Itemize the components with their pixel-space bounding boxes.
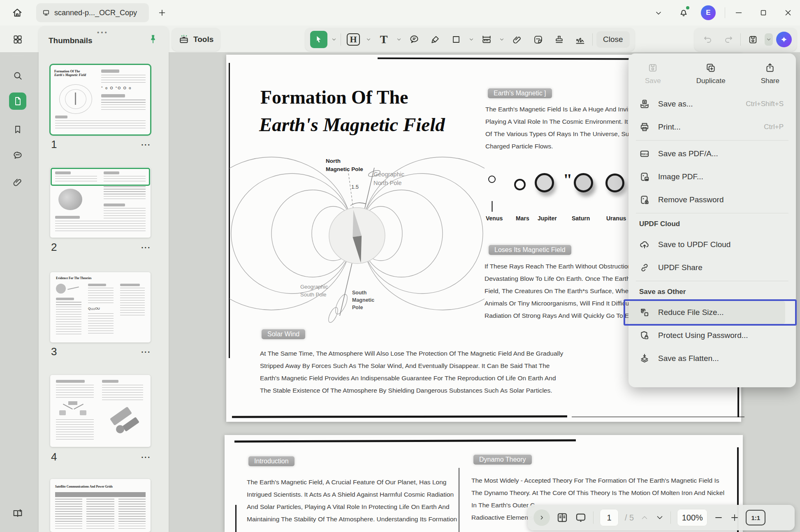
- menu-item-label: Image PDF...: [658, 172, 703, 181]
- next-page-button[interactable]: [655, 513, 664, 522]
- text-tool-dropdown[interactable]: [396, 37, 402, 42]
- diagram-label-south-pole: SouthMagneticPole: [352, 289, 374, 311]
- thumbnail-page-3[interactable]: Evidence For The Theories Q¡¡¡¡OU: [50, 272, 151, 342]
- measure-tool-button[interactable]: [478, 31, 495, 48]
- paperclip-icon: [512, 35, 522, 45]
- diagram-label-geo-south: GeographicSouth Pole: [300, 283, 328, 299]
- left-sidebar: [0, 25, 36, 532]
- actual-size-button[interactable]: 1:1: [746, 510, 765, 525]
- menu-item-save-to-cloud[interactable]: Save to UPDF Cloud: [628, 233, 796, 256]
- sidebar-item-reader-mode[interactable]: [9, 505, 26, 522]
- menu-item-save-as[interactable]: Save as... Ctrl+Shift+S: [628, 93, 796, 116]
- menu-item-reduce-file-size[interactable]: Reduce File Size...: [628, 301, 785, 324]
- menu-save-label: Save: [645, 77, 661, 85]
- select-tool-dropdown[interactable]: [331, 37, 337, 42]
- shape-tool-button[interactable]: [448, 31, 465, 48]
- thumbnail-page-4[interactable]: [50, 375, 151, 447]
- scan-artifact: [572, 416, 744, 417]
- document-tab[interactable]: scanned-p..._OCR_Copy: [36, 3, 149, 22]
- redo-button[interactable]: [720, 31, 737, 48]
- page-number: 4: [51, 451, 57, 463]
- menu-quick-actions: Save Duplicate Share: [628, 53, 796, 93]
- sticker-tool-button[interactable]: [529, 31, 547, 48]
- thumbnail-menu-button[interactable]: •••: [141, 245, 151, 250]
- menu-item-save-as-pdfa[interactable]: PDF/A Save as PDF/A...: [628, 142, 796, 165]
- close-window-button[interactable]: [781, 5, 795, 20]
- thumbnail-preview: [116, 425, 124, 433]
- menu-item-print[interactable]: Print... Ctrl+P: [628, 116, 796, 139]
- sidebar-item-thumbnails[interactable]: [9, 93, 26, 110]
- thumbnail-preview: [56, 385, 94, 399]
- menu-item-label: Save as...: [658, 99, 693, 109]
- menu-item-updf-share[interactable]: UPDF Share: [628, 256, 796, 279]
- thumbnail-menu-button[interactable]: •••: [141, 455, 151, 460]
- current-page-value: 1: [607, 513, 611, 523]
- signature-icon: [575, 34, 586, 45]
- attach-tool-button[interactable]: [508, 31, 526, 48]
- save-button[interactable]: [744, 31, 761, 48]
- shape-tool-dropdown[interactable]: [468, 37, 474, 42]
- text-tool-button[interactable]: T: [375, 31, 392, 48]
- save-options-dropdown[interactable]: [765, 33, 773, 46]
- zoom-level-input[interactable]: 100%: [677, 509, 707, 526]
- thumbnail-page-5[interactable]: Satellite Communications And Power Grids: [50, 479, 151, 532]
- comment-icon: [12, 150, 23, 161]
- zoom-in-button[interactable]: [730, 513, 740, 523]
- menu-item-image-pdf[interactable]: Image PDF...: [628, 165, 796, 188]
- sidebar-item-comments[interactable]: [9, 147, 26, 164]
- sidebar-item-apps[interactable]: [9, 31, 26, 48]
- menu-item-label: UPDF Share: [658, 263, 703, 272]
- comment-tool-button[interactable]: [406, 31, 423, 48]
- heading-tool-button[interactable]: H: [345, 31, 362, 48]
- sidebar-item-attachments[interactable]: [9, 173, 26, 191]
- measure-tool-dropdown[interactable]: [499, 37, 505, 42]
- page-number-input[interactable]: 1: [600, 509, 619, 526]
- heading-tool-glyph: H: [347, 33, 359, 46]
- page-layout-button[interactable]: [556, 511, 568, 524]
- expand-statusbar-button[interactable]: [533, 509, 550, 526]
- titlebar-collapse-button[interactable]: [652, 7, 665, 19]
- signature-tool-button[interactable]: [571, 31, 589, 48]
- maximize-button[interactable]: [756, 5, 771, 20]
- highlighter-tool-button[interactable]: [427, 31, 444, 48]
- thumbnail-menu-button[interactable]: •••: [141, 349, 151, 354]
- thumbnail-preview: Q¡¡¡¡OU: [88, 307, 100, 310]
- menu-item-remove-password[interactable]: Remove Password: [628, 188, 796, 211]
- save-icon: [647, 62, 658, 73]
- close-tools-button[interactable]: Close: [596, 31, 630, 48]
- menu-share-action[interactable]: Share: [761, 62, 779, 85]
- sidebar-item-search[interactable]: [9, 67, 26, 84]
- thumbnail-preview: Evidence For The Theories: [56, 276, 91, 280]
- chevron-down-icon: [366, 37, 371, 42]
- thumbnail-menu-button[interactable]: •••: [141, 142, 151, 147]
- menu-item-protect-password[interactable]: Protect Using Password...: [628, 324, 796, 347]
- ai-assistant-button[interactable]: [776, 32, 792, 47]
- stamp-tool-button[interactable]: [550, 31, 568, 48]
- thumbnail-preview: [101, 94, 125, 97]
- home-button[interactable]: [10, 5, 25, 20]
- stamp-icon: [554, 35, 564, 45]
- select-tool-button[interactable]: [310, 31, 327, 48]
- notifications-button[interactable]: [677, 5, 691, 19]
- presentation-button[interactable]: [575, 511, 587, 524]
- menu-duplicate-action[interactable]: Duplicate: [696, 62, 726, 85]
- section-2-text: If These Rays Reach The Earth Without Ob…: [485, 260, 640, 322]
- new-tab-button[interactable]: [155, 6, 169, 20]
- tools-button[interactable]: Tools: [172, 28, 220, 51]
- thumbnail-preview: [56, 302, 81, 335]
- zoom-out-button[interactable]: [714, 513, 723, 523]
- panel-drag-handle[interactable]: •••: [97, 29, 109, 36]
- menu-item-save-as-flatten[interactable]: Save as Flatten...: [628, 347, 796, 370]
- previous-page-button[interactable]: [640, 513, 649, 522]
- sidebar-item-bookmarks[interactable]: [9, 121, 26, 138]
- undo-button[interactable]: [699, 31, 717, 48]
- heading-tool-dropdown[interactable]: [366, 37, 371, 42]
- user-avatar[interactable]: E: [701, 5, 716, 20]
- pin-button[interactable]: [147, 34, 158, 46]
- thumbnail-page-1[interactable]: Formation Of The Earth's Magnetic Field …: [50, 65, 151, 135]
- chevron-down-icon: [396, 37, 402, 42]
- minimize-button[interactable]: [731, 5, 746, 20]
- menu-save-action[interactable]: Save: [645, 62, 661, 85]
- thumbnail-page-2[interactable]: [50, 167, 151, 238]
- flatten-layers-icon: [639, 353, 650, 364]
